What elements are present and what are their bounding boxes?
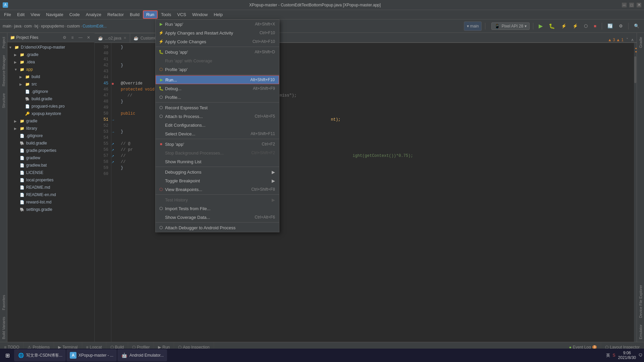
tree-item-gradlew[interactable]: ▶ 📄 gradlew [7,154,94,162]
tab-o2-java[interactable]: ☕ ...o2.java ✕ [95,33,130,43]
menu-select-device[interactable]: Select Device... Alt+Shift+F11 [156,129,279,138]
tree-item-build[interactable]: ▶ 📁 build [7,73,94,80]
tree-item-reward-list[interactable]: ▶ 📄 reward-list.md [7,198,94,206]
taskbar-emulator[interactable]: 🤖 Android Emulator... [117,349,167,361]
right-scrollbar[interactable] [634,43,637,342]
tree-item-build-gradle-app[interactable]: ▶ 🐘 build.gradle [7,95,94,103]
menu-import-tests[interactable]: ⬡ Import Tests from File... [156,204,279,213]
settings-button[interactable]: ⚙ [617,21,625,31]
tree-item-root[interactable]: ▼ 📁 D:\demo\XPopup-master [7,44,94,51]
tree-item-app[interactable]: ▼ 📁 app [7,66,94,73]
minimize-button[interactable]: ─ [622,3,627,7]
debugging-icon [158,169,164,175]
scrollbar-thumb[interactable] [634,56,636,83]
menu-record-espresso[interactable]: ⬡ Record Espresso Test [156,103,279,112]
taskbar-chrome[interactable]: 🌐 写文章-CSDN博客... [14,349,66,361]
tree-item-gitignore-root[interactable]: ▶ 📄 .gitignore [7,132,94,139]
menu-build[interactable]: Build [127,11,142,18]
left-tab-build-variants[interactable]: Build Variants [0,314,7,342]
tree-item-local-props[interactable]: ▶ 📄 local.properties [7,176,94,184]
menu-run[interactable]: Run [143,10,158,19]
menu-debug-app[interactable]: 🐛 Debug 'app' Alt+Shift+D [156,48,279,56]
tree-item-settings-gradle[interactable]: ▶ 🐘 settings.gradle [7,206,94,213]
run-button[interactable]: ▶ [537,21,545,31]
import-tests-icon: ⬡ [158,206,164,211]
debug-button[interactable]: 🐛 [547,21,557,31]
menu-view-breakpoints[interactable]: ⬡ View Breakpoints... Ctrl+Shift+F8 [156,185,279,194]
tree-item-gradle[interactable]: ▶ 📁 .gradle [7,51,94,58]
menu-run-app[interactable]: ▶ Run 'app' Alt+Shift+X [156,20,279,28]
right-tab-emulator[interactable]: Emulator [637,322,644,342]
menu-attach-process[interactable]: ⬡ Attach to Process... Ctrl+Alt+F5 [156,112,279,121]
menu-view[interactable]: View [28,11,43,18]
menu-edit-config[interactable]: Edit Configurations... [156,121,279,129]
tree-item-gradle-folder[interactable]: ▶ 📁 gradle [7,117,94,125]
tree-item-readme-en[interactable]: ▶ 📄 README-en.md [7,191,94,198]
tree-item-gitignore-app[interactable]: ▶ 📄 .gitignore [7,88,94,95]
apply-code-button[interactable]: ⚡ [571,21,580,31]
menu-run-dots[interactable]: ▶ Run... Alt+Shift+F10 [156,75,279,84]
tab-close-o2[interactable]: ✕ [123,36,126,40]
menu-toggle-breakpoint[interactable]: Toggle Breakpoint ▶ [156,176,279,185]
menu-show-running[interactable]: Show Running List [156,157,279,166]
tree-item-gradlew-bat[interactable]: ▶ 📄 gradlew.bat [7,162,94,169]
menu-stop-app[interactable]: ■ Stop 'app' Ctrl+F2 [156,140,279,148]
search-everywhere-button[interactable]: 🔍 [632,21,641,31]
test-history-icon [158,197,164,202]
close-button[interactable]: ✕ [637,3,641,7]
tree-item-proguard[interactable]: ▶ 📄 proguard-rules.pro [7,103,94,110]
profile-button[interactable]: ⬡ [582,21,590,31]
toolbar-sep-4 [628,23,629,29]
file-tree: ▼ 📁 D:\demo\XPopup-master ▶ 📁 .gradle ▶ … [7,42,94,342]
breakpoint-marker: ● [111,81,114,86]
tree-item-keystore[interactable]: ▶ 🔑 xpopup.keystore [7,110,94,117]
menu-analyze[interactable]: Analyze [83,11,104,18]
tree-item-src[interactable]: ▶ 📁 src [7,80,94,88]
menu-edit[interactable]: Edit [14,11,27,18]
tree-item-library[interactable]: ▶ 📁 library [7,125,94,132]
tree-item-gradle-props[interactable]: ▶ 📄 gradle.properties [7,147,94,154]
right-vertical-tabs: Gradle Device File Explorer Emulator [637,33,644,342]
menu-code[interactable]: Code [67,11,83,18]
tree-item-idea[interactable]: ▶ 📁 .idea [7,58,94,66]
menu-file[interactable]: File [1,11,14,18]
warning-mark-2 [635,51,637,52]
tree-item-license[interactable]: ▶ 📄 LICENSE [7,169,94,176]
menu-debug-dots[interactable]: 🐛 Debug... Alt+Shift+F9 [156,84,279,93]
panel-scroll-btn[interactable]: ≡ [69,35,75,41]
menu-refactor[interactable]: Refactor [105,11,126,18]
panel-collapse-btn[interactable]: — [77,35,84,41]
menu-window[interactable]: Window [190,11,210,18]
menu-debugging-actions[interactable]: Debugging Actions ▶ [156,168,279,176]
menu-profile-app[interactable]: ⬡ Profile 'app' [156,65,279,74]
right-tab-device-file[interactable]: Device File Explorer [637,282,644,320]
menu-apply-changes-restart[interactable]: ⚡ Apply Changes and Restart Activity Ctr… [156,28,279,37]
right-tab-gradle[interactable]: Gradle [637,34,644,51]
left-tab-resource-manager[interactable]: Resource Manager [0,52,7,89]
menu-apply-code-changes[interactable]: ⚡ Apply Code Changes Ctrl+Alt+F10 [156,37,279,46]
maximize-button[interactable]: □ [629,3,634,7]
panel-settings-btn[interactable]: ⚙ [61,35,67,41]
apply-changes-button[interactable]: ⚡ [559,21,569,31]
tree-item-build-gradle-root[interactable]: ▶ 🐘 build.gradle [7,139,94,147]
left-tab-structure[interactable]: Structure [0,90,7,111]
device-selector[interactable]: 📱 Pixel API 28 ▾ [491,22,530,30]
notification-icon[interactable]: 🗨 [639,353,643,358]
left-tab-project[interactable]: Project [0,34,7,51]
sync-button[interactable]: 🔄 [605,21,615,31]
menu-tools[interactable]: Tools [158,11,174,18]
menu-help[interactable]: Help [211,11,225,18]
menu-profile-dots[interactable]: ⬡ Profile... [156,93,279,102]
panel-close-btn[interactable]: ✕ [86,35,92,41]
menu-attach-android[interactable]: ⬡ Attach Debugger to Android Process [156,223,279,232]
taskbar-android-studio[interactable]: A XPopup-master - ... [66,349,117,361]
start-button[interactable]: ⊞ [1,349,13,361]
stop-icon: ■ [158,141,164,147]
menu-vcs[interactable]: VCS [174,11,189,18]
menu-navigate[interactable]: Navigate [43,11,66,18]
left-tab-favorites[interactable]: Favorites [0,292,7,313]
stop-button[interactable]: ■ [592,21,598,31]
git-dropdown[interactable]: ▾ main [464,21,482,31]
menu-show-coverage[interactable]: Show Coverage Data... Ctrl+Alt+F6 [156,213,279,222]
tree-item-readme[interactable]: ▶ 📄 README.md [7,184,94,191]
